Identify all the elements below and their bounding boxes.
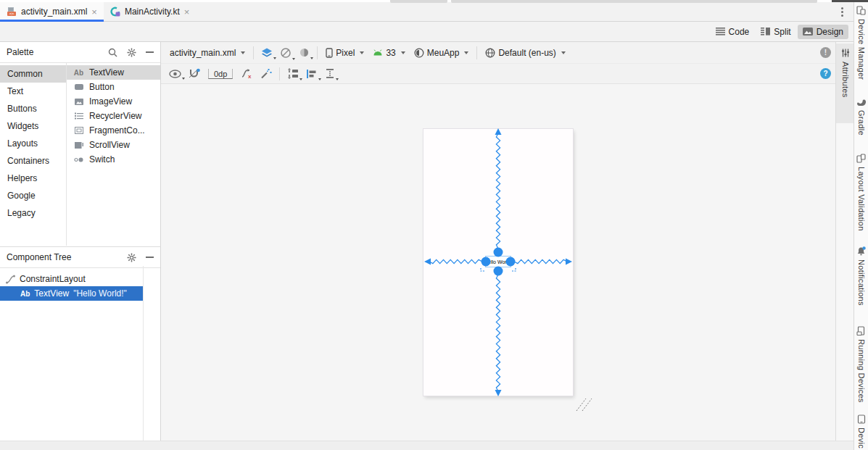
- close-icon[interactable]: ×: [91, 7, 97, 17]
- infer-constraints-button[interactable]: [257, 67, 276, 80]
- palette-item-imageview[interactable]: ImageView: [67, 94, 160, 109]
- palette-item-recyclerview[interactable]: RecyclerView: [67, 109, 160, 123]
- selected-textview-widget[interactable]: Hello World!: [485, 256, 511, 267]
- minimize-icon[interactable]: [146, 257, 154, 258]
- code-mode-icon: [716, 28, 725, 36]
- bell-icon: [856, 246, 866, 256]
- tab-label: MainActivity.kt: [125, 7, 180, 17]
- view-options-button[interactable]: [165, 68, 185, 80]
- editor-mode-bar: Code Split Design: [0, 22, 853, 42]
- palette-body: Common Text Buttons Widgets Layouts Cont…: [0, 63, 160, 246]
- device-selector[interactable]: Pixel: [321, 48, 368, 58]
- cropped-window-fragment: [832, 0, 868, 2]
- palette-item-button[interactable]: Button: [67, 80, 160, 94]
- palette-category-google[interactable]: Google: [0, 187, 66, 204]
- api-level-selector[interactable]: 33: [368, 48, 409, 58]
- design-toolbar: activity_main.xml: [161, 42, 835, 64]
- palette-category-helpers[interactable]: Helpers: [0, 170, 66, 187]
- tab-options-kebab-icon[interactable]: [841, 7, 843, 17]
- gradle-icon: [856, 99, 867, 107]
- tree-row-textview[interactable]: Ab TextView "Hello World!": [0, 286, 143, 301]
- component-tree-title: Component Tree: [7, 252, 71, 262]
- tool-window-device-explorer[interactable]: Devic: [854, 414, 868, 449]
- tool-window-device-manager[interactable]: Device Manager: [854, 6, 868, 80]
- design-surface[interactable]: Hello World!: [161, 84, 835, 441]
- kotlin-file-icon: [110, 7, 120, 17]
- design-mode-button[interactable]: Design: [798, 25, 848, 39]
- tab-activity-main-xml[interactable]: <> activity_main.xml ×: [0, 2, 104, 21]
- palette-category-layouts[interactable]: Layouts: [0, 135, 66, 152]
- distribute-vertical-icon: [325, 68, 335, 79]
- constraintlayout-icon: [6, 275, 15, 284]
- palette-item-scrollview[interactable]: ScrollView: [67, 138, 160, 152]
- android-studio-window: <> activity_main.xml × MainActivity.kt ×…: [0, 0, 868, 450]
- clear-constraints-button[interactable]: x: [237, 67, 257, 80]
- split-mode-label: Split: [774, 27, 790, 37]
- palette-item-textview[interactable]: Ab TextView: [67, 65, 160, 80]
- recyclerview-icon: [73, 112, 84, 120]
- align-button[interactable]: [302, 67, 321, 80]
- design-surface-mode-button[interactable]: [257, 46, 276, 59]
- running-devices-icon: [856, 326, 866, 336]
- textview-icon: Ab: [20, 290, 30, 298]
- component-tree-header: Component Tree: [0, 247, 160, 268]
- api-level: 33: [386, 48, 395, 58]
- pack-button[interactable]: [284, 67, 302, 80]
- code-mode-label: Code: [729, 27, 750, 37]
- textview-text-value: "Hello World!": [73, 288, 127, 299]
- cropped-window-fragment: [451, 0, 817, 3]
- attributes-tab-label: Attributes: [841, 62, 850, 97]
- right-tool-window-bar: Device Manager Gradle Layout Validation …: [853, 0, 868, 450]
- palette-category-containers[interactable]: Containers: [0, 152, 66, 170]
- attributes-tab[interactable]: Attributes: [836, 43, 854, 123]
- toolbar-separator: [317, 46, 318, 59]
- sliders-icon: [841, 49, 850, 57]
- palette-category-common[interactable]: Common: [0, 65, 66, 83]
- autoconnect-button[interactable]: [185, 67, 204, 80]
- eye-icon: [169, 70, 181, 78]
- code-mode-button[interactable]: Code: [711, 25, 755, 39]
- split-mode-icon: [761, 28, 770, 36]
- chevron-down-icon: [360, 51, 364, 54]
- gear-icon[interactable]: [127, 253, 136, 262]
- minimize-icon[interactable]: [146, 51, 154, 53]
- palette-category-buttons[interactable]: Buttons: [0, 100, 66, 117]
- layout-validation-icon: [856, 154, 866, 163]
- chevron-down-icon: [310, 57, 313, 59]
- frame-resize-handle[interactable]: [576, 399, 592, 411]
- issues-panel-icon[interactable]: !: [820, 47, 831, 58]
- close-icon[interactable]: ×: [184, 7, 190, 17]
- palette-category-legacy[interactable]: Legacy: [0, 204, 66, 222]
- layout-file-name: activity_main.xml: [170, 48, 236, 58]
- tool-window-gradle[interactable]: Gradle: [854, 99, 868, 136]
- imageview-icon: [73, 99, 84, 105]
- night-mode-button[interactable]: [295, 46, 313, 59]
- palette-categories: Common Text Buttons Widgets Layouts Cont…: [0, 63, 67, 246]
- android-icon: [373, 49, 383, 56]
- tree-row-constraintlayout[interactable]: ConstraintLayout: [0, 272, 143, 286]
- tool-window-running-devices[interactable]: Running Devices: [854, 326, 868, 403]
- fragmentcontainerview-icon: [73, 127, 84, 134]
- layout-file-selector[interactable]: activity_main.xml: [165, 48, 249, 58]
- split-mode-button[interactable]: Split: [756, 25, 795, 39]
- search-icon[interactable]: [108, 48, 117, 57]
- locale-selector[interactable]: Default (en-us): [481, 48, 569, 58]
- button-icon: [73, 84, 84, 90]
- default-margin-selector[interactable]: 0dp: [204, 69, 237, 79]
- theme-selector[interactable]: MeuApp: [410, 48, 474, 58]
- clear-constraints-icon: x: [241, 68, 253, 79]
- toolbar-separator: [253, 46, 254, 59]
- palette-item-fragmentcontainerview[interactable]: FragmentCo...: [67, 123, 160, 138]
- gear-icon[interactable]: [127, 48, 136, 57]
- design-mode-icon: [803, 28, 813, 36]
- palette-category-text[interactable]: Text: [0, 83, 66, 100]
- palette-item-switch[interactable]: Switch: [67, 152, 160, 167]
- default-margin-value: 0dp: [208, 69, 233, 79]
- tool-window-notifications[interactable]: Notifications: [854, 246, 868, 306]
- tab-mainactivity-kt[interactable]: MainActivity.kt ×: [104, 2, 196, 21]
- orientation-button[interactable]: [276, 46, 295, 60]
- help-icon[interactable]: ?: [820, 68, 831, 79]
- expand-vertical-button[interactable]: [321, 67, 339, 80]
- palette-category-widgets[interactable]: Widgets: [0, 117, 66, 135]
- tool-window-layout-validation[interactable]: Layout Validation: [854, 154, 868, 231]
